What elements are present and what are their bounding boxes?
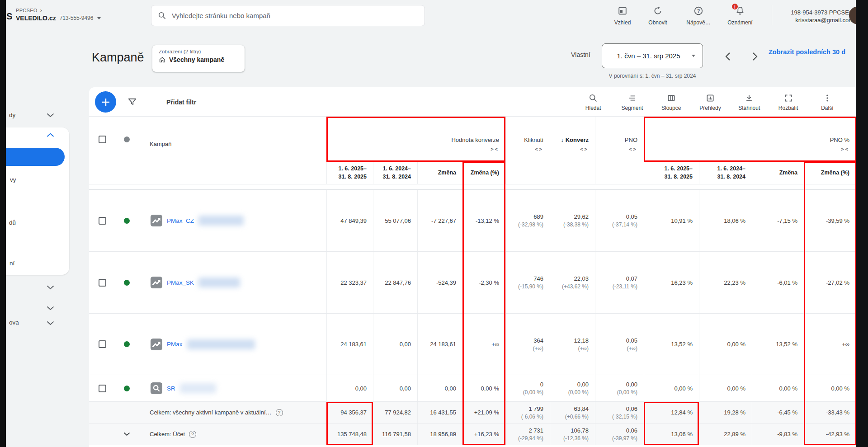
cell-pno: 0,06(-39,97 %) [595,423,644,445]
cell-pno: 0,05(+∞) [595,314,644,375]
view-filter-chip[interactable]: Zobrazení (2 filtry) Všechny kampaně [152,45,245,72]
column-header-clicks[interactable]: Kliknutí <> [505,117,550,162]
cell-value: 13,06 % [644,423,699,445]
resize-column-control[interactable]: <> [535,146,543,152]
cell-value: 0,00 % [462,375,505,401]
row-checkbox[interactable] [89,252,115,313]
view-chip-label: Zobrazení (2 filtry) [159,49,238,54]
chevron-down-icon[interactable] [47,113,54,118]
appearance-button[interactable]: Vzhled [607,6,638,26]
period-header-2025[interactable]: 1. 6. 2025–31. 8. 2025 [326,162,373,184]
help-icon[interactable] [276,409,283,416]
row-checkbox[interactable] [89,190,115,251]
select-all-checkbox[interactable] [89,117,115,162]
search-input[interactable] [172,12,418,19]
collapse-columns-control[interactable]: >< [841,146,849,152]
redacted-text [180,383,216,393]
sidebar-item-fragment[interactable]: ní [9,260,14,267]
search-table-button[interactable]: Hledat [574,87,613,117]
resize-column-control[interactable]: <> [580,146,589,152]
date-range-value: 1. čvn – 31. srp 2025 [609,52,688,60]
collapse-columns-control[interactable]: >< [491,146,499,152]
show-last-30-days-link[interactable]: Zobrazit posledních 30 d [769,48,854,56]
row-checkbox[interactable] [89,375,115,401]
help-icon[interactable] [189,431,196,438]
cell-value: 77 924,82 [373,402,417,423]
account-switcher[interactable]: VELEDILO.cz 713-555-9496 [16,14,101,22]
campaign-cell: PMax_SK [138,252,326,313]
column-header-pno[interactable]: PNO <> [595,117,644,162]
campaign-link[interactable]: SR [167,385,175,392]
notifications-button[interactable]: ! Oznámení [724,6,756,26]
resize-column-control[interactable]: <> [629,146,637,152]
add-campaign-button[interactable] [95,91,116,113]
column-header-campaign[interactable]: Kampaň [138,117,326,162]
campaign-link[interactable]: PMax_SK [167,279,194,286]
chevron-down-icon [123,432,130,436]
date-range-picker[interactable]: 1. čvn – 31. srp 2025 [602,43,703,68]
column-group-conversion-value[interactable]: Hodnota konverze >< [326,117,505,162]
reports-button[interactable]: Přehledy [691,87,730,117]
sort-arrow-icon: ↓ [561,136,564,143]
row-checkbox[interactable] [89,314,115,375]
caret-down-icon[interactable] [97,17,101,19]
period-header-2025[interactable]: 1. 6. 2025–31. 8. 2025 [644,162,699,184]
breadcrumb-root[interactable]: PPCSEO [16,8,38,13]
sidebar-item-selected[interactable] [0,148,65,166]
account-name: VELEDILO.cz [16,14,56,22]
period-header-change-pct[interactable]: Změna (%) [804,162,856,184]
download-button[interactable]: Stáhnout [730,87,769,117]
help-button[interactable]: ? Nápově… [683,6,714,26]
previous-period-button[interactable] [719,47,737,66]
campaign-cell: SR [138,375,326,401]
period-header-2024[interactable]: 1. 6. 2024–31. 8. 2024 [699,162,752,184]
more-button[interactable]: Další [808,87,847,117]
expand-totals-control[interactable] [115,423,138,445]
chevron-down-icon[interactable] [47,306,54,311]
sidebar-item-fragment[interactable]: dů [9,219,16,226]
add-filter-button[interactable]: Přidat filtr [166,87,196,117]
chevron-up-icon[interactable] [47,133,54,137]
search-campaign-icon [151,382,162,394]
totals-row-account: Celkem: Účet 135 748,48 116 791,58 18 95… [89,423,856,445]
chevron-down-icon[interactable] [47,285,54,290]
cell-value: -9,83 % [752,423,804,445]
next-period-button[interactable] [746,47,764,66]
sidebar-item-fragment[interactable]: vy [10,176,16,183]
period-header-change[interactable]: Změna [417,162,462,184]
breadcrumb[interactable]: PPCSEO› [16,7,42,14]
svg-text:?: ? [697,8,700,14]
cell-value: 22 323,37 [326,252,373,313]
funnel-icon [127,97,137,107]
cell-value: 0,00 [326,375,373,401]
sidebar-item-fragment[interactable]: ova [9,319,19,326]
global-search[interactable] [151,5,425,26]
period-header-2024[interactable]: 1. 6. 2024–31. 8. 2024 [373,162,417,184]
chevron-down-icon[interactable] [47,321,54,325]
cell-value: 22,23 % [699,252,752,313]
campaign-link[interactable]: PMax [167,341,183,348]
cell-conversions: 29,62(-38,38 %) [550,190,595,251]
column-group-pno-pct[interactable]: PNO % >< [644,117,856,162]
cell-value: 55 077,06 [373,190,417,251]
segment-button[interactable]: Segment [613,87,651,117]
cell-value: 16 431,55 [417,402,462,423]
campaign-table-panel: Přidat filtr Hledat Segment Sloupce Přeh… [89,87,856,447]
expand-icon [784,94,793,103]
status-filter-dot[interactable] [115,117,138,162]
profile-info[interactable]: 198-954-3973 PPCSEO krisstaraa@gmail.com [774,9,854,24]
refresh-button[interactable]: Obnovit [642,6,674,26]
period-header-change-pct[interactable]: Změna (%) [462,162,505,184]
filter-button[interactable] [127,97,137,109]
expand-button[interactable]: Rozbalit [769,87,807,117]
column-header-conversions[interactable]: ↓ Konverz <> [550,117,595,162]
cell-value: +∞ [804,314,856,375]
columns-icon [667,94,676,103]
profile-email: krisstaraa@gmail.com [774,16,854,24]
totals-row-active-campaigns: Celkem: všechny aktivní kampaně v aktuál… [89,402,856,423]
empty-cell [89,402,115,423]
campaign-link[interactable]: PMax_CZ [167,217,194,224]
columns-button[interactable]: Sloupce [652,87,691,117]
period-header-change[interactable]: Změna [752,162,804,184]
sidebar-item-fragment[interactable]: dy [9,112,15,118]
